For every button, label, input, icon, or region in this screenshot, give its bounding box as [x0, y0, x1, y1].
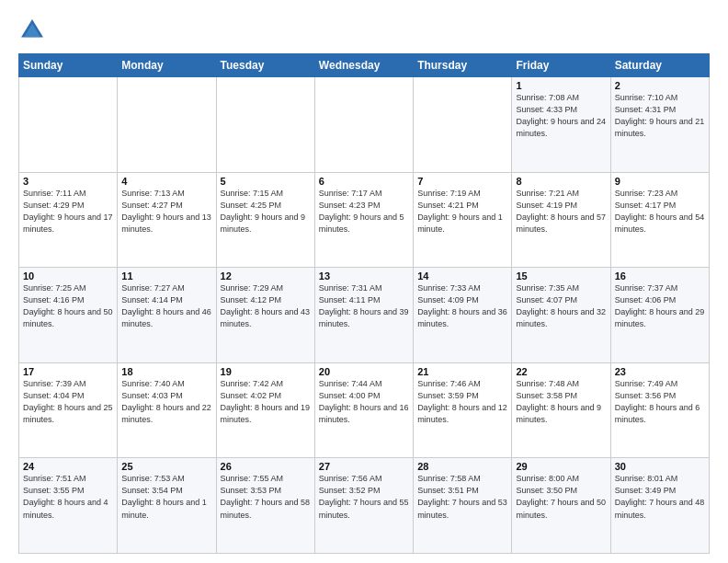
day-info: Sunrise: 7:40 AM Sunset: 4:03 PM Dayligh… — [121, 378, 211, 426]
day-number: 20 — [319, 366, 409, 377]
calendar-cell: 7Sunrise: 7:19 AM Sunset: 4:21 PM Daylig… — [414, 172, 512, 268]
calendar-cell: 18Sunrise: 7:40 AM Sunset: 4:03 PM Dayli… — [118, 362, 216, 458]
day-info: Sunrise: 7:13 AM Sunset: 4:27 PM Dayligh… — [121, 188, 211, 236]
page: SundayMondayTuesdayWednesdayThursdayFrid… — [0, 0, 728, 563]
calendar-header-tuesday: Tuesday — [216, 54, 314, 77]
day-info: Sunrise: 7:27 AM Sunset: 4:14 PM Dayligh… — [121, 282, 211, 330]
calendar-cell: 22Sunrise: 7:48 AM Sunset: 3:58 PM Dayli… — [512, 362, 610, 458]
day-number: 11 — [121, 270, 211, 282]
day-number: 3 — [23, 176, 113, 187]
day-number: 8 — [516, 176, 606, 187]
day-number: 6 — [319, 176, 409, 187]
day-number: 30 — [615, 461, 705, 472]
day-number: 27 — [319, 461, 409, 472]
day-number: 26 — [221, 461, 311, 472]
day-info: Sunrise: 8:00 AM Sunset: 3:50 PM Dayligh… — [516, 473, 606, 521]
day-number: 22 — [516, 366, 606, 377]
day-info: Sunrise: 7:33 AM Sunset: 4:09 PM Dayligh… — [417, 282, 507, 330]
logo — [18, 17, 50, 44]
calendar-cell — [19, 77, 118, 173]
calendar-cell: 26Sunrise: 7:55 AM Sunset: 3:53 PM Dayli… — [216, 458, 314, 554]
day-info: Sunrise: 7:08 AM Sunset: 4:33 PM Dayligh… — [516, 92, 606, 140]
calendar-cell: 23Sunrise: 7:49 AM Sunset: 3:56 PM Dayli… — [610, 362, 709, 458]
day-number: 1 — [516, 80, 606, 91]
calendar-week-2: 10Sunrise: 7:25 AM Sunset: 4:16 PM Dayli… — [19, 268, 710, 363]
calendar-cell: 12Sunrise: 7:29 AM Sunset: 4:12 PM Dayli… — [216, 268, 314, 363]
logo-icon — [18, 17, 46, 44]
calendar-cell: 5Sunrise: 7:15 AM Sunset: 4:25 PM Daylig… — [216, 172, 314, 268]
calendar-cell: 6Sunrise: 7:17 AM Sunset: 4:23 PM Daylig… — [314, 172, 413, 268]
day-number: 28 — [417, 461, 507, 472]
calendar-cell: 8Sunrise: 7:21 AM Sunset: 4:19 PM Daylig… — [512, 172, 610, 268]
calendar-cell: 21Sunrise: 7:46 AM Sunset: 3:59 PM Dayli… — [414, 362, 512, 458]
day-info: Sunrise: 7:53 AM Sunset: 3:54 PM Dayligh… — [121, 473, 211, 521]
calendar-header-monday: Monday — [118, 54, 216, 77]
calendar-header-friday: Friday — [512, 54, 610, 77]
day-info: Sunrise: 7:35 AM Sunset: 4:07 PM Dayligh… — [516, 282, 606, 330]
day-info: Sunrise: 7:46 AM Sunset: 3:59 PM Dayligh… — [417, 378, 507, 426]
calendar-cell: 14Sunrise: 7:33 AM Sunset: 4:09 PM Dayli… — [414, 268, 512, 363]
calendar-cell: 24Sunrise: 7:51 AM Sunset: 3:55 PM Dayli… — [19, 458, 118, 554]
calendar-cell — [118, 77, 216, 173]
calendar-cell: 4Sunrise: 7:13 AM Sunset: 4:27 PM Daylig… — [118, 172, 216, 268]
calendar: SundayMondayTuesdayWednesdayThursdayFrid… — [18, 53, 710, 554]
calendar-cell: 10Sunrise: 7:25 AM Sunset: 4:16 PM Dayli… — [19, 268, 118, 363]
day-number: 24 — [23, 461, 113, 472]
calendar-header-sunday: Sunday — [19, 54, 118, 77]
day-info: Sunrise: 7:44 AM Sunset: 4:00 PM Dayligh… — [319, 378, 409, 426]
calendar-week-4: 24Sunrise: 7:51 AM Sunset: 3:55 PM Dayli… — [19, 458, 710, 554]
day-info: Sunrise: 7:23 AM Sunset: 4:17 PM Dayligh… — [615, 188, 705, 236]
calendar-week-3: 17Sunrise: 7:39 AM Sunset: 4:04 PM Dayli… — [19, 362, 710, 458]
calendar-cell: 27Sunrise: 7:56 AM Sunset: 3:52 PM Dayli… — [314, 458, 413, 554]
day-info: Sunrise: 7:42 AM Sunset: 4:02 PM Dayligh… — [221, 378, 311, 426]
day-number: 4 — [121, 176, 211, 187]
day-info: Sunrise: 7:15 AM Sunset: 4:25 PM Dayligh… — [221, 188, 311, 236]
day-number: 14 — [417, 270, 507, 282]
day-info: Sunrise: 7:39 AM Sunset: 4:04 PM Dayligh… — [23, 378, 113, 426]
calendar-cell: 20Sunrise: 7:44 AM Sunset: 4:00 PM Dayli… — [314, 362, 413, 458]
day-info: Sunrise: 7:29 AM Sunset: 4:12 PM Dayligh… — [221, 282, 311, 330]
calendar-cell: 16Sunrise: 7:37 AM Sunset: 4:06 PM Dayli… — [610, 268, 709, 363]
day-info: Sunrise: 7:21 AM Sunset: 4:19 PM Dayligh… — [516, 188, 606, 236]
calendar-cell: 17Sunrise: 7:39 AM Sunset: 4:04 PM Dayli… — [19, 362, 118, 458]
calendar-cell: 25Sunrise: 7:53 AM Sunset: 3:54 PM Dayli… — [118, 458, 216, 554]
day-number: 21 — [417, 366, 507, 377]
day-number: 9 — [615, 176, 705, 187]
day-info: Sunrise: 7:49 AM Sunset: 3:56 PM Dayligh… — [615, 378, 705, 426]
calendar-cell: 15Sunrise: 7:35 AM Sunset: 4:07 PM Dayli… — [512, 268, 610, 363]
day-number: 13 — [319, 270, 409, 282]
day-number: 17 — [23, 366, 113, 377]
day-number: 15 — [516, 270, 606, 282]
day-info: Sunrise: 7:10 AM Sunset: 4:31 PM Dayligh… — [615, 92, 705, 140]
calendar-cell: 3Sunrise: 7:11 AM Sunset: 4:29 PM Daylig… — [19, 172, 118, 268]
calendar-cell: 19Sunrise: 7:42 AM Sunset: 4:02 PM Dayli… — [216, 362, 314, 458]
day-number: 7 — [417, 176, 507, 187]
day-number: 2 — [615, 80, 705, 91]
day-info: Sunrise: 7:37 AM Sunset: 4:06 PM Dayligh… — [615, 282, 705, 330]
day-info: Sunrise: 7:58 AM Sunset: 3:51 PM Dayligh… — [417, 473, 507, 521]
calendar-cell: 30Sunrise: 8:01 AM Sunset: 3:49 PM Dayli… — [610, 458, 709, 554]
day-info: Sunrise: 8:01 AM Sunset: 3:49 PM Dayligh… — [615, 473, 705, 521]
calendar-cell — [216, 77, 314, 173]
day-info: Sunrise: 7:56 AM Sunset: 3:52 PM Dayligh… — [319, 473, 409, 521]
day-number: 25 — [121, 461, 211, 472]
calendar-cell: 28Sunrise: 7:58 AM Sunset: 3:51 PM Dayli… — [414, 458, 512, 554]
calendar-week-1: 3Sunrise: 7:11 AM Sunset: 4:29 PM Daylig… — [19, 172, 710, 268]
calendar-header-thursday: Thursday — [414, 54, 512, 77]
day-info: Sunrise: 7:55 AM Sunset: 3:53 PM Dayligh… — [221, 473, 311, 521]
calendar-cell: 9Sunrise: 7:23 AM Sunset: 4:17 PM Daylig… — [610, 172, 709, 268]
calendar-cell — [414, 77, 512, 173]
calendar-cell — [314, 77, 413, 173]
day-number: 23 — [615, 366, 705, 377]
day-number: 16 — [615, 270, 705, 282]
calendar-header-row: SundayMondayTuesdayWednesdayThursdayFrid… — [19, 54, 710, 77]
day-number: 29 — [516, 461, 606, 472]
day-info: Sunrise: 7:17 AM Sunset: 4:23 PM Dayligh… — [319, 188, 409, 236]
day-number: 10 — [23, 270, 113, 282]
calendar-cell: 13Sunrise: 7:31 AM Sunset: 4:11 PM Dayli… — [314, 268, 413, 363]
calendar-cell: 11Sunrise: 7:27 AM Sunset: 4:14 PM Dayli… — [118, 268, 216, 363]
calendar-week-0: 1Sunrise: 7:08 AM Sunset: 4:33 PM Daylig… — [19, 77, 710, 173]
day-number: 19 — [221, 366, 311, 377]
calendar-cell: 1Sunrise: 7:08 AM Sunset: 4:33 PM Daylig… — [512, 77, 610, 173]
calendar-cell: 29Sunrise: 8:00 AM Sunset: 3:50 PM Dayli… — [512, 458, 610, 554]
